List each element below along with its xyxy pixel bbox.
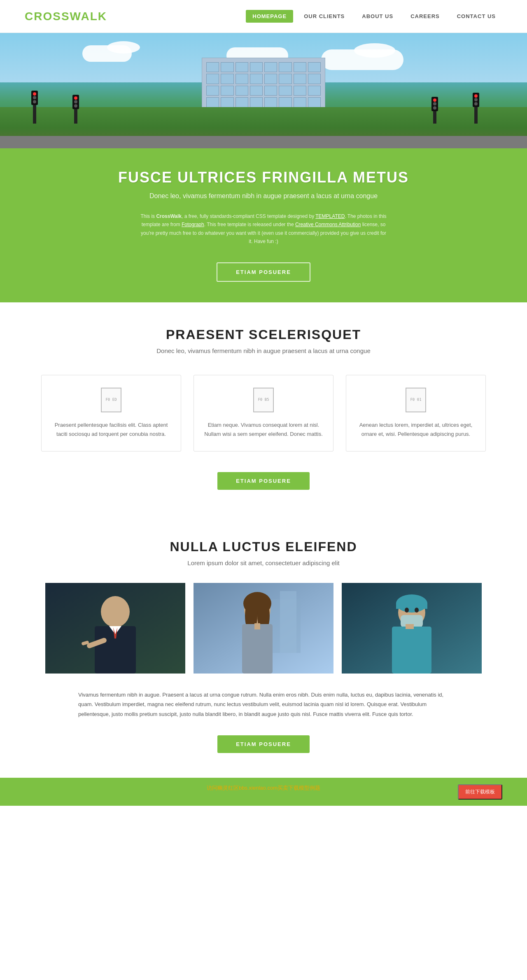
window <box>206 62 219 72</box>
nulla-subtitle: Lorem ipsum dolor sit amet, consectetuer… <box>33 559 494 566</box>
nav-homepage[interactable]: HOMEPAGE <box>246 10 293 23</box>
header: CROSSWALK HOMEPAGE OUR CLIENTS ABOUT US … <box>0 0 527 33</box>
doctor-svg <box>342 583 482 674</box>
praesent-heading: PRAESENT SCELERISQUET <box>33 327 494 342</box>
card-3-text: Aenean lectus lorem, imperdiet at, ultri… <box>357 421 475 439</box>
card-1-text: Praesent pellentesque facilisis elit. Cl… <box>52 421 170 439</box>
watermark-text: 访问幽灵红区bbs.xienlao.com买卖下载模型例题 <box>207 785 320 791</box>
green-hero-section: FUSCE ULTRICES FRINGILLA METUS Donec leo… <box>0 148 527 302</box>
photo-businessman <box>45 583 185 674</box>
road <box>0 136 527 148</box>
nav-careers[interactable]: CAREERS <box>404 10 446 23</box>
traffic-light-red <box>474 94 478 98</box>
svg-rect-25 <box>406 624 414 629</box>
nav-about-us[interactable]: ABOUT US <box>355 10 400 23</box>
window <box>250 74 263 84</box>
window <box>264 62 277 72</box>
traffic-light-head <box>72 95 79 109</box>
praesent-section: PRAESENT SCELERISQUET Donec leo, vivamus… <box>0 302 527 515</box>
traffic-light-yellow <box>433 102 436 105</box>
traffic-light-green <box>474 102 478 105</box>
traffic-light-head <box>473 93 479 107</box>
window <box>250 86 263 96</box>
window <box>308 97 321 107</box>
window <box>250 62 263 72</box>
photo-woman <box>194 583 333 674</box>
window <box>264 97 277 107</box>
window <box>294 86 306 96</box>
window <box>308 86 321 96</box>
card-2-icon: F0 B5 <box>253 388 274 412</box>
traffic-light-yellow <box>74 100 77 103</box>
card-1: F0 ED Praesent pellentesque facilisis el… <box>41 375 181 451</box>
traffic-light-green <box>33 100 36 103</box>
traffic-light-head <box>431 97 438 111</box>
footer-watermark: 访问幽灵红区bbs.xienlao.com买卖下载模型例题 前往下载模板 <box>0 778 527 806</box>
svg-rect-16 <box>254 623 260 629</box>
traffic-light-4 <box>433 97 436 124</box>
window <box>206 74 219 84</box>
nav-contact-us[interactable]: CONTACT US <box>450 10 502 23</box>
cc-link[interactable]: Creative Commons Attribution <box>295 222 361 227</box>
nulla-heading: NULLA LUCTUS ELEIFEND <box>33 539 494 554</box>
cloud-4 <box>354 43 395 58</box>
traffic-light-yellow <box>474 98 478 101</box>
cards-row: F0 ED Praesent pellentesque facilisis el… <box>33 375 494 451</box>
card-1-icon: F0 ED <box>101 388 121 412</box>
nulla-body-text: Vivamus fermentum nibh in augue. Praesen… <box>78 690 449 719</box>
window <box>236 62 248 72</box>
window <box>264 86 277 96</box>
traffic-light-red <box>74 96 77 100</box>
card-2-text: Etiam neque. Vivamus consequat lorem at … <box>204 421 323 439</box>
download-button[interactable]: 前往下载模板 <box>458 784 502 800</box>
svg-point-22 <box>405 608 409 613</box>
svg-rect-24 <box>392 627 431 674</box>
window <box>206 97 219 107</box>
card-2: F0 B5 Etiam neque. Vivamus consequat lor… <box>194 375 333 451</box>
businessman-svg <box>45 583 185 674</box>
window <box>308 62 321 72</box>
traffic-light-yellow <box>33 96 36 99</box>
fotograph-link[interactable]: Fotograph <box>182 222 204 227</box>
nulla-section: NULLA LUCTUS ELEIFEND Lorem ipsum dolor … <box>0 515 527 778</box>
traffic-light-3 <box>474 93 478 124</box>
cloud-2 <box>107 41 140 54</box>
window <box>250 97 263 107</box>
hero-image <box>0 33 527 148</box>
svg-rect-15 <box>242 624 273 674</box>
window <box>308 74 321 84</box>
photo-doctor <box>342 583 482 674</box>
window <box>236 86 248 96</box>
window <box>279 97 291 107</box>
card-3-icon: F0 01 <box>406 388 426 412</box>
svg-point-23 <box>415 608 419 613</box>
svg-rect-20 <box>396 603 427 609</box>
window <box>221 62 233 72</box>
card-3: F0 01 Aenean lectus lorem, imperdiet at,… <box>346 375 486 451</box>
praesent-cta-button[interactable]: ETIAM POSUERE <box>217 472 310 490</box>
traffic-light-red <box>33 92 36 96</box>
green-cta-button[interactable]: ETIAM POSUERE <box>217 262 310 282</box>
window <box>236 74 248 84</box>
logo: CROSSWALK <box>25 10 107 23</box>
svg-rect-10 <box>280 591 296 653</box>
window <box>236 97 248 107</box>
svg-point-1 <box>101 596 130 627</box>
window <box>264 74 277 84</box>
window <box>294 74 306 84</box>
templated-link[interactable]: TEMPLATED <box>315 213 345 219</box>
window <box>221 86 233 96</box>
nulla-cta-button[interactable]: ETIAM POSUERE <box>217 735 310 753</box>
traffic-light-red <box>433 98 436 102</box>
window <box>221 74 233 84</box>
traffic-light-2 <box>74 95 77 124</box>
window <box>279 86 291 96</box>
woman-svg <box>194 583 333 674</box>
navigation: HOMEPAGE OUR CLIENTS ABOUT US CAREERS CO… <box>246 10 502 23</box>
traffic-light-head <box>31 91 38 105</box>
green-heading: FUSCE ULTRICES FRINGILLA METUS <box>25 169 502 186</box>
nav-our-clients[interactable]: OUR CLIENTS <box>297 10 351 23</box>
window <box>221 97 233 107</box>
traffic-light-1 <box>33 91 36 124</box>
window <box>206 86 219 96</box>
